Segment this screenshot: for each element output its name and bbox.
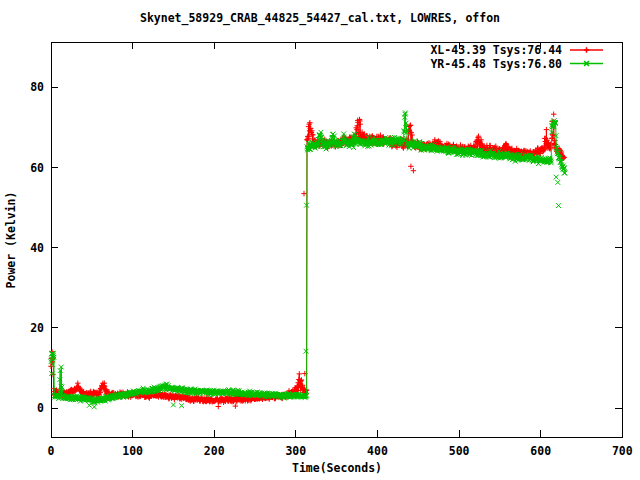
x-tick-label: 500 (449, 444, 470, 458)
axis-ticks (51, 42, 622, 437)
y-tick-label: 20 (30, 321, 44, 335)
y-axis-label: Power (Kelvin) (4, 192, 18, 289)
series-line-xl (51, 120, 564, 403)
x-tick-label: 600 (530, 444, 551, 458)
x-tick-label: 700 (612, 444, 633, 458)
x-tick-label: 400 (367, 444, 388, 458)
legend-label: YR-45.48 Tsys:76.80 (430, 57, 562, 71)
x-tick-label: 200 (204, 444, 225, 458)
x-tick-label: 0 (48, 444, 55, 458)
series-markers-yr (49, 111, 568, 410)
plot-frame (51, 42, 622, 437)
legend-marker-sample (584, 47, 589, 52)
x-tick-label: 300 (285, 444, 306, 458)
x-tick-label: 100 (122, 444, 143, 458)
y-tick-label: 40 (30, 241, 44, 255)
gnuplot-chart: Skynet_58929_CRAB_44825_54427_cal.txt, L… (0, 0, 640, 480)
y-tick-label: 80 (30, 80, 44, 94)
legend-label: XL-43.39 Tsys:76.44 (430, 43, 562, 57)
y-tick-label: 0 (37, 401, 44, 415)
y-tick-label: 60 (30, 161, 44, 175)
chart-title: Skynet_58929_CRAB_44825_54427_cal.txt, L… (0, 11, 640, 25)
x-axis-label: Time(Seconds) (292, 461, 382, 475)
plot-svg: 0100200300400500600700020406080XL-43.39 … (0, 0, 640, 480)
